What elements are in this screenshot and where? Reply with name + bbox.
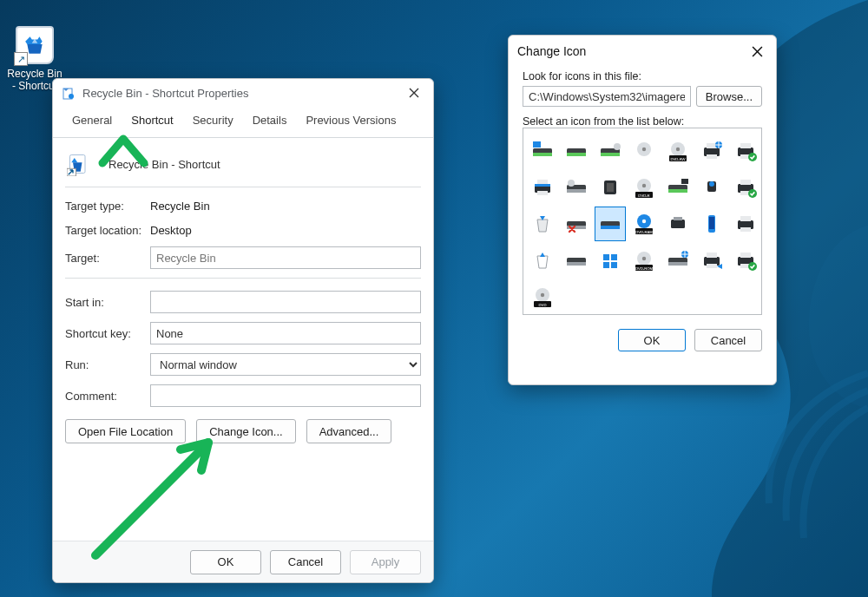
icon-option-disc-dvdr[interactable]: DVD-R xyxy=(628,170,660,205)
change-icon-titlebar[interactable]: Change Icon xyxy=(509,36,776,67)
svg-point-53 xyxy=(642,220,646,223)
run-select[interactable]: Normal window xyxy=(150,353,421,376)
icon-option-disc-dvdrw[interactable]: DVD-RW xyxy=(662,134,694,168)
icon-option-chip[interactable] xyxy=(595,170,626,205)
svg-rect-67 xyxy=(603,262,609,268)
icon-list: DVD-RWDVD-RDVD-RAMDVD-ROMDVD xyxy=(523,128,762,315)
svg-point-13 xyxy=(642,148,646,151)
tab-shortcut[interactable]: Shortcut xyxy=(122,107,181,137)
tab-general[interactable]: General xyxy=(63,107,121,137)
icon-option-recycle-bin[interactable] xyxy=(527,207,558,241)
svg-rect-5 xyxy=(533,153,552,156)
apply-button[interactable]: Apply xyxy=(350,550,421,574)
open-file-location-button[interactable]: Open File Location xyxy=(65,419,186,443)
svg-rect-29 xyxy=(535,184,550,187)
ok-button[interactable]: OK xyxy=(190,550,261,574)
cancel-button[interactable]: Cancel xyxy=(270,550,341,574)
change-icon-dialog: Change Icon Look for icons in this file:… xyxy=(508,35,777,385)
change-icon-title: Change Icon xyxy=(517,44,745,58)
shortcut-panel: Recycle Bin - Shortcut Target type:Recyc… xyxy=(53,138,433,452)
tab-previous-versions[interactable]: Previous Versions xyxy=(297,107,404,137)
icon-option-printer-check[interactable] xyxy=(730,134,761,168)
svg-rect-68 xyxy=(611,262,617,268)
comment-field[interactable] xyxy=(150,384,421,407)
svg-rect-62 xyxy=(740,227,751,232)
icon-option-recycle-bin2[interactable] xyxy=(527,243,558,278)
tab-details[interactable]: Details xyxy=(244,107,296,137)
icon-option-win-logo[interactable] xyxy=(595,243,626,278)
svg-rect-74 xyxy=(668,262,687,266)
svg-rect-66 xyxy=(611,254,617,260)
change-icon-cancel-button[interactable]: Cancel xyxy=(694,329,762,351)
label-target-location: Target location: xyxy=(65,224,150,237)
svg-rect-64 xyxy=(567,262,586,266)
properties-window: Recycle Bin - Shortcut Properties Genera… xyxy=(52,78,434,583)
icon-option-disc-dvdram[interactable]: DVD-RAM xyxy=(628,207,660,241)
svg-rect-45 xyxy=(740,180,751,185)
svg-point-15 xyxy=(676,148,680,151)
svg-text:DVD: DVD xyxy=(539,303,547,307)
icon-option-printer-dark[interactable] xyxy=(730,207,761,241)
properties-titlebar[interactable]: Recycle Bin - Shortcut Properties xyxy=(53,79,433,107)
svg-rect-51 xyxy=(601,226,620,229)
shortcut-header-name: Recycle Bin - Shortcut xyxy=(108,158,220,171)
start-in-field[interactable] xyxy=(150,291,421,313)
icon-option-disc-dvd2[interactable]: DVD xyxy=(527,279,558,314)
svg-rect-57 xyxy=(674,217,682,220)
properties-title: Recycle Bin - Shortcut Properties xyxy=(82,87,402,100)
label-shortcut-key: Shortcut key: xyxy=(65,327,150,340)
look-for-icons-label: Look for icons in this file: xyxy=(523,70,762,82)
value-target-type: Recycle Bin xyxy=(150,200,421,213)
close-icon xyxy=(409,88,419,98)
svg-text:DVD-RAM: DVD-RAM xyxy=(635,230,653,234)
tab-security[interactable]: Security xyxy=(184,107,242,137)
svg-point-84 xyxy=(541,293,544,297)
icon-option-drive-net[interactable] xyxy=(662,243,694,278)
icon-option-disc[interactable] xyxy=(628,134,660,168)
svg-rect-65 xyxy=(603,254,609,260)
change-icon-close-button[interactable] xyxy=(745,41,769,62)
shortcut-header-icon xyxy=(65,150,93,178)
icon-option-printer-check2[interactable] xyxy=(730,170,761,205)
svg-point-11 xyxy=(614,143,621,150)
icon-option-phone[interactable] xyxy=(696,207,727,241)
change-icon-button[interactable]: Change Icon... xyxy=(196,419,296,443)
label-start-in: Start in: xyxy=(65,296,150,309)
icon-option-drive[interactable] xyxy=(561,243,592,278)
properties-title-icon xyxy=(62,86,76,100)
label-target: Target: xyxy=(65,252,150,265)
shortcut-key-field[interactable] xyxy=(150,322,421,344)
properties-close-button[interactable] xyxy=(402,82,426,103)
icon-option-printer-net[interactable] xyxy=(696,134,727,168)
recycle-bin-icon: ↗ xyxy=(16,26,54,64)
browse-button[interactable]: Browse... xyxy=(696,86,762,107)
svg-rect-41 xyxy=(681,179,688,184)
icon-option-drive-dvd[interactable] xyxy=(595,134,626,168)
svg-rect-80 xyxy=(740,253,751,258)
svg-point-70 xyxy=(642,257,646,260)
icon-option-drive-film[interactable] xyxy=(662,170,694,205)
icon-option-disc-dvdrom[interactable]: DVD-ROM xyxy=(628,243,660,278)
target-field[interactable] xyxy=(150,246,421,269)
icon-option-printer-blue[interactable] xyxy=(527,170,558,205)
advanced-button[interactable]: Advanced... xyxy=(306,419,392,443)
icon-option-drive-blue[interactable] xyxy=(595,207,626,241)
icon-option-camera[interactable] xyxy=(696,170,727,205)
icon-path-field[interactable] xyxy=(523,86,691,107)
icon-option-drive-green[interactable] xyxy=(561,134,592,168)
icon-option-printer-fold[interactable] xyxy=(696,243,727,278)
svg-point-36 xyxy=(642,184,646,187)
svg-rect-59 xyxy=(709,217,714,229)
svg-rect-23 xyxy=(740,143,751,148)
icon-option-dock[interactable] xyxy=(662,207,694,241)
svg-rect-40 xyxy=(668,189,687,193)
svg-rect-20 xyxy=(707,154,717,159)
icon-option-drive-x[interactable] xyxy=(561,207,592,241)
icon-option-printer-check3[interactable] xyxy=(730,243,761,278)
svg-rect-28 xyxy=(537,191,548,195)
icon-option-drive-disc[interactable] xyxy=(561,170,592,205)
svg-rect-8 xyxy=(567,153,586,156)
icon-option-drive-window[interactable] xyxy=(527,134,558,168)
change-icon-ok-button[interactable]: OK xyxy=(618,329,686,351)
shortcut-overlay-icon: ↗ xyxy=(14,52,28,66)
